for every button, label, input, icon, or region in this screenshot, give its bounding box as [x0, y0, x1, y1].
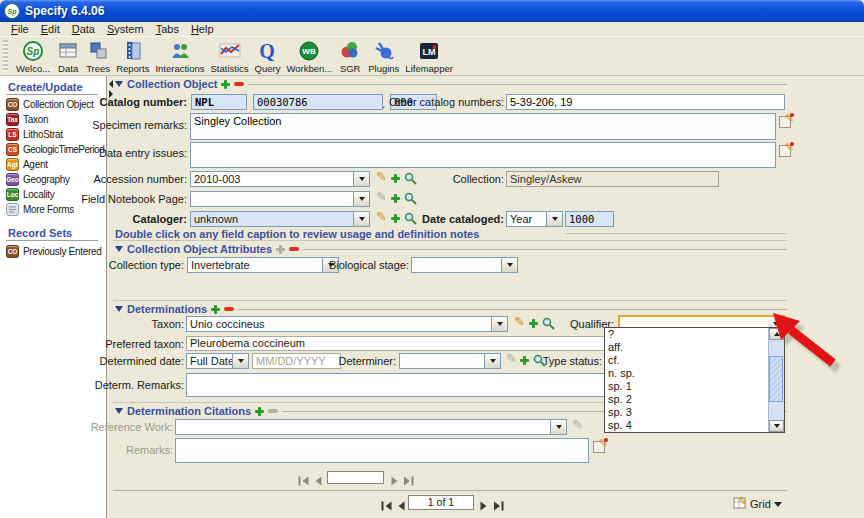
- qualifier-option[interactable]: sp. 2: [605, 393, 772, 406]
- sidebar-item-previously-entered[interactable]: CO Previously Entered: [6, 244, 102, 258]
- sidebar-item-locality[interactable]: Loc Locality: [6, 187, 55, 201]
- chevron-down-icon[interactable]: [491, 317, 507, 331]
- field-notebook-page-combobox[interactable]: [190, 191, 370, 207]
- chevron-down-icon[interactable]: [546, 212, 562, 226]
- scroll-down-button[interactable]: [769, 420, 784, 432]
- previous-record-button[interactable]: [396, 497, 408, 508]
- citation-remarks-edit-button[interactable]: ✎: [593, 439, 607, 453]
- field-notebook-search-button[interactable]: [404, 191, 417, 204]
- accession-add-button[interactable]: [391, 174, 400, 183]
- collapse-triangle-icon[interactable]: [115, 306, 123, 312]
- citations-next-record-button[interactable]: [390, 472, 402, 483]
- collection-type-combobox[interactable]: Invertebrate: [187, 257, 339, 273]
- taxon-add-button[interactable]: [529, 319, 538, 328]
- qualifier-option[interactable]: cf.: [605, 354, 772, 367]
- qualifier-option[interactable]: sp. 1: [605, 380, 772, 393]
- first-record-button[interactable]: [381, 497, 393, 508]
- chevron-down-icon[interactable]: [484, 354, 500, 368]
- toolbar-workbench[interactable]: WB Workben...: [286, 38, 332, 74]
- menu-system[interactable]: System: [101, 23, 150, 35]
- menu-edit[interactable]: Edit: [35, 23, 66, 35]
- sidebar-item-more-forms[interactable]: More Forms: [6, 202, 74, 216]
- data-entry-issues-field[interactable]: [190, 142, 776, 168]
- date-cataloged-field[interactable]: [565, 211, 614, 227]
- collapse-triangle-icon[interactable]: [115, 81, 123, 87]
- data-entry-issues-edit-button[interactable]: ✎: [779, 143, 793, 157]
- collapse-triangle-icon[interactable]: [115, 408, 123, 414]
- biological-stage-combobox[interactable]: [411, 257, 518, 273]
- determiner-combobox[interactable]: [399, 353, 501, 369]
- citations-first-record-button[interactable]: [298, 472, 310, 483]
- toolbar-sgr[interactable]: SGR: [338, 38, 362, 74]
- chevron-down-icon[interactable]: [353, 172, 369, 186]
- chevron-down-icon[interactable]: [353, 212, 369, 226]
- taxon-search-button[interactable]: [542, 316, 555, 329]
- determiner-add-button[interactable]: [520, 356, 529, 365]
- remove-determination-button[interactable]: [224, 307, 234, 311]
- menu-help[interactable]: Help: [185, 23, 220, 35]
- collapse-triangle-icon[interactable]: [115, 246, 123, 252]
- toolbar-plugins[interactable]: Plugins: [368, 38, 399, 74]
- determined-date-field[interactable]: [252, 353, 341, 369]
- chevron-down-icon[interactable]: [353, 192, 369, 206]
- menu-data[interactable]: Data: [66, 23, 101, 35]
- chevron-down-icon[interactable]: [232, 354, 248, 368]
- toolbar-statistics[interactable]: Statistics: [211, 38, 249, 74]
- toolbar-data[interactable]: Data: [56, 38, 80, 74]
- specimen-remarks-field[interactable]: Singley Collection: [190, 113, 776, 140]
- date-type-combobox[interactable]: Year: [506, 211, 563, 227]
- add-record-button[interactable]: [221, 80, 230, 89]
- cataloger-search-button[interactable]: [404, 211, 417, 224]
- sidebar-item-taxon[interactable]: Tax Taxon: [6, 112, 48, 126]
- qualifier-option[interactable]: sp. 3: [605, 406, 772, 419]
- add-determination-button[interactable]: [211, 305, 220, 314]
- qualifier-option[interactable]: n. sp.: [605, 367, 772, 380]
- grid-view-toggle[interactable]: ✎ Grid: [733, 495, 782, 513]
- qualifier-option[interactable]: sp. 4: [605, 419, 772, 432]
- citations-last-record-button[interactable]: [403, 472, 415, 483]
- dropdown-scrollbar[interactable]: [768, 328, 784, 432]
- taxon-edit-button[interactable]: [514, 316, 527, 329]
- sidebar-item-geography[interactable]: Geo Geography: [6, 172, 70, 186]
- determined-date-type-combobox[interactable]: Full Date: [186, 353, 249, 369]
- cataloger-edit-button[interactable]: [376, 211, 389, 224]
- citations-previous-record-button[interactable]: [313, 472, 325, 483]
- specimen-remarks-edit-button[interactable]: ✎: [779, 114, 793, 128]
- cataloger-combobox[interactable]: unknown: [190, 211, 370, 227]
- toolbar-drag-handle[interactable]: [3, 40, 8, 72]
- cataloger-add-button[interactable]: [391, 214, 400, 223]
- reference-work-combobox[interactable]: [175, 419, 567, 435]
- scrollbar-thumb[interactable]: [769, 356, 783, 402]
- add-citation-button[interactable]: [255, 407, 264, 416]
- accession-search-button[interactable]: [404, 171, 417, 184]
- toolbar-welcome[interactable]: Sp Welco...: [16, 38, 50, 74]
- sidebar-item-collection-object[interactable]: CO Collection Object: [6, 97, 94, 111]
- toolbar-query[interactable]: Q Query: [255, 38, 281, 74]
- catalog-number-field[interactable]: [253, 94, 383, 110]
- sidebar-item-geologictimeperiod[interactable]: CS GeologicTimePeriod: [6, 142, 104, 156]
- toolbar-interactions[interactable]: Interactions: [155, 38, 204, 74]
- menu-tabs[interactable]: Tabs: [150, 23, 185, 35]
- catalog-prefix-field[interactable]: [191, 94, 247, 110]
- toolbar-reports[interactable]: Reports: [116, 38, 149, 74]
- qualifier-option[interactable]: aff.: [605, 341, 772, 354]
- toolbar-trees[interactable]: Trees: [86, 38, 110, 74]
- sidebar-item-lithostrat[interactable]: LS LithoStrat: [6, 127, 63, 141]
- remove-record-button[interactable]: [234, 82, 244, 86]
- toolbar-lifemapper[interactable]: LM Lifemapper: [405, 38, 453, 74]
- scroll-up-button[interactable]: [769, 328, 784, 340]
- next-record-button[interactable]: [479, 497, 491, 508]
- chevron-down-icon[interactable]: [501, 258, 517, 272]
- citation-remarks-field[interactable]: [175, 438, 589, 463]
- field-notebook-add-button[interactable]: [391, 194, 400, 203]
- taxon-combobox[interactable]: Unio coccineus: [186, 316, 508, 332]
- qualifier-option[interactable]: ?: [605, 328, 772, 341]
- other-catalog-numbers-field[interactable]: [506, 94, 785, 110]
- accession-edit-button[interactable]: [376, 171, 389, 184]
- sidebar-item-agent[interactable]: Agt Agent: [6, 157, 48, 171]
- last-record-button[interactable]: [493, 497, 505, 508]
- accession-number-combobox[interactable]: 2010-003: [190, 171, 370, 187]
- remove-attributes-button[interactable]: [289, 247, 299, 251]
- menu-file[interactable]: File: [5, 23, 35, 35]
- chevron-down-icon[interactable]: [550, 420, 566, 434]
